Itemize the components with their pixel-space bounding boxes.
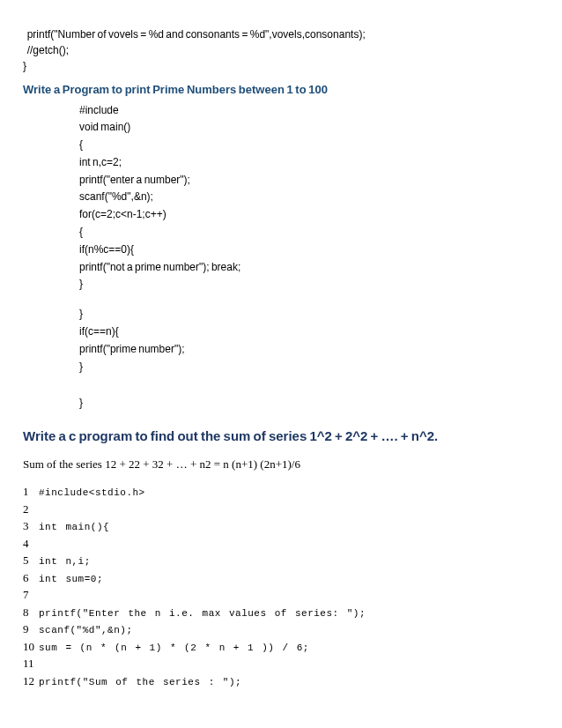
code-line: } bbox=[79, 395, 539, 412]
line-number: 3 bbox=[23, 517, 37, 535]
code-line: { bbox=[79, 137, 539, 154]
line-number: 9 bbox=[23, 620, 37, 638]
code-line: for(c=2;c<n-1;c++) bbox=[79, 206, 539, 224]
code-line: printf("Number of vovels = %d and conson… bbox=[23, 26, 539, 42]
code-row: 11 bbox=[23, 655, 539, 672]
code-row: 4 bbox=[23, 535, 539, 553]
code-text: int sum=0; bbox=[39, 572, 103, 587]
code-line: printf("not a prime number"); break; bbox=[79, 259, 539, 277]
code-line: if(n%c==0){ bbox=[79, 241, 539, 259]
line-number: 12 bbox=[23, 672, 37, 690]
code-line: } bbox=[79, 276, 539, 293]
code-line: int n,c=2; bbox=[79, 154, 539, 172]
line-number: 7 bbox=[23, 586, 37, 604]
code-line: } bbox=[79, 306, 539, 323]
code-row: 12 printf("Sum of the series : "); bbox=[23, 672, 539, 690]
code-line: scanf("%d",&n); bbox=[79, 189, 539, 206]
line-number: 8 bbox=[23, 604, 37, 621]
code-line: //getch(); bbox=[23, 42, 539, 58]
code-row: 7 bbox=[23, 586, 539, 604]
code-line: void main() bbox=[79, 119, 539, 137]
code-text: int main(){ bbox=[39, 520, 109, 535]
code-line: printf("enter a number"); bbox=[79, 172, 539, 189]
code-text: printf("Sum of the series : "); bbox=[39, 675, 241, 690]
code-row: 8 printf("Enter the n i.e. max values of… bbox=[23, 604, 539, 621]
code-row: 3 int main(){ bbox=[23, 517, 539, 535]
line-number: 2 bbox=[23, 501, 37, 518]
line-number: 10 bbox=[23, 638, 37, 656]
code-text: sum = (n * (n + 1) * (2 * n + 1 )) / 6; bbox=[39, 641, 309, 656]
prime-code-block: #include void main() { int n,c=2; printf… bbox=[79, 102, 539, 413]
code-line: printf("prime number"); bbox=[79, 341, 539, 359]
code-row: 10 sum = (n * (n + 1) * (2 * n + 1 )) / … bbox=[23, 638, 539, 656]
code-text: int n,i; bbox=[39, 554, 91, 569]
code-row: 6 int sum=0; bbox=[23, 569, 539, 587]
code-line: } bbox=[79, 359, 539, 376]
line-number: 11 bbox=[23, 655, 37, 672]
code-row: 9 scanf("%d",&n); bbox=[23, 620, 539, 638]
code-row: 1 #include<stdio.h> bbox=[23, 483, 539, 501]
code-line: { bbox=[79, 224, 539, 241]
section-heading-sum: Write a c program to find out the sum of… bbox=[23, 427, 539, 447]
line-number: 6 bbox=[23, 569, 37, 587]
code-row: 5 int n,i; bbox=[23, 552, 539, 569]
code-text: #include<stdio.h> bbox=[39, 486, 145, 501]
code-line: if(c==n){ bbox=[79, 323, 539, 341]
line-number: 1 bbox=[23, 483, 37, 501]
section-heading-prime: Write a Program to print Prime Numbers b… bbox=[23, 81, 539, 99]
code-text: printf("Enter the n i.e. max values of s… bbox=[39, 606, 366, 621]
line-number: 5 bbox=[23, 552, 37, 569]
top-code-block: printf("Number of vovels = %d and conson… bbox=[23, 26, 539, 74]
code-line: } bbox=[23, 58, 539, 74]
line-number: 4 bbox=[23, 535, 37, 553]
code-row: 2 bbox=[23, 501, 539, 518]
numbered-code-block: 1 #include<stdio.h> 2 3 int main(){ 4 5 … bbox=[23, 483, 539, 689]
code-line: #include bbox=[79, 102, 539, 120]
code-text: scanf("%d",&n); bbox=[39, 623, 133, 638]
formula-text: Sum of the series 12 + 22 + 32 + … + n2 … bbox=[23, 456, 539, 473]
